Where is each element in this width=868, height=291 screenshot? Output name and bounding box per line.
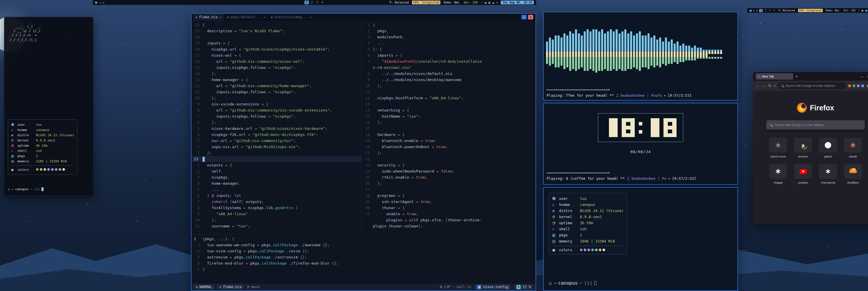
visualizer-bar bbox=[642, 14, 644, 87]
tray-icon[interactable]: ≡ bbox=[496, 1, 498, 4]
shortcut-tile[interactable] bbox=[844, 164, 862, 179]
shortcut-tile[interactable] bbox=[819, 164, 837, 179]
home-button[interactable]: ⌂ bbox=[774, 84, 776, 88]
shortcut-claude[interactable]: claude bbox=[840, 138, 865, 158]
visualizer-bar bbox=[700, 14, 702, 87]
line-text: }: { bbox=[373, 46, 535, 52]
forward-button[interactable]: → bbox=[762, 84, 766, 88]
cloudflare-icon bbox=[849, 170, 857, 173]
fastfetch-panel[interactable]: ☻usertux⌂hnamecanopus◈distroNixOS 24.11 … bbox=[543, 187, 738, 291]
git-branch[interactable]: main bbox=[247, 285, 260, 289]
firefox-window[interactable]: New Tab + —□× ←→↻⌂ ▦ ≡ ⚙ Firefox search.… bbox=[753, 72, 868, 224]
line-text: {pkgs, ...}: { bbox=[203, 236, 535, 242]
shortcut-tile[interactable] bbox=[769, 164, 787, 179]
bar-app-icon[interactable]: ▣ bbox=[756, 9, 758, 12]
url-bar[interactable] bbox=[778, 82, 846, 89]
tray-icon[interactable]: ▲ bbox=[492, 1, 494, 4]
shell-prompt[interactable]: ⌂ → canopus ~ ))) bbox=[549, 280, 596, 286]
shortcut-tile[interactable]: a bbox=[794, 138, 812, 153]
statusline-file[interactable]: ◆ flake.nix bbox=[217, 285, 244, 289]
tray-icon[interactable]: ♪ bbox=[481, 1, 483, 4]
editor-pane-hosts[interactable]: 1{2 pkgs,3 modulesPath,4 ...5}: {6 impor… bbox=[362, 21, 535, 234]
tab-close-icon[interactable]: × bbox=[310, 16, 311, 19]
line-number: 2 bbox=[191, 144, 203, 150]
line-number: 1 bbox=[191, 236, 203, 242]
code-line: 13 home-manager = { bbox=[191, 77, 361, 83]
hname-icon: ⌂ bbox=[11, 128, 15, 132]
tab-close-icon[interactable]: × bbox=[219, 16, 221, 19]
project-chip[interactable]: ▣ nixos-config bbox=[475, 285, 510, 290]
shortcut-amazon[interactable]: aamazon bbox=[790, 138, 815, 158]
clock-panel[interactable]: 08/08/24 ============================> P… bbox=[543, 103, 738, 185]
workspace-3[interactable]: 3 bbox=[768, 9, 771, 12]
editor-pane-flake[interactable]: 22{21 description = "tux's NixOS Flake";… bbox=[191, 21, 362, 234]
code-line: 16 url = "github:nix-community/nixos-wsl… bbox=[191, 58, 361, 64]
launcher-icon[interactable]: ▦ bbox=[750, 9, 752, 12]
code-line: 1 tux-awesome-wm-config = pkgs.callPacka… bbox=[191, 242, 535, 248]
editor-pane-pkgs[interactable]: 1{pkgs, ...}: {1 tux-awesome-wm-config =… bbox=[191, 234, 535, 284]
tab-pkgs-default-[interactable]: ◆pkgs/default...× bbox=[224, 13, 268, 21]
buffer-pick-button[interactable]: ▾ bbox=[521, 15, 527, 20]
code-line: 5 ... bbox=[191, 186, 361, 193]
visualizer-bar bbox=[592, 14, 594, 87]
tray-icon[interactable]: ◆ bbox=[861, 9, 863, 12]
line-text: firefox-mod-blur = pkgs.callPackage ./fi… bbox=[203, 260, 535, 266]
fetch-label: kernel bbox=[18, 138, 34, 143]
tab-close-icon[interactable]: × bbox=[264, 16, 265, 19]
neovim-window[interactable]: ◆flake.nix×◆pkgs/default...×◆hosts/isoIm… bbox=[191, 13, 536, 291]
extensions-icon[interactable]: ▦ bbox=[867, 84, 868, 88]
extension-icon[interactable] bbox=[861, 85, 864, 87]
nix-file-icon: ◆ bbox=[220, 286, 221, 288]
workspace-4[interactable]: 4 bbox=[772, 9, 776, 12]
editor-tabbar: ◆flake.nix×◆pkgs/default...×◆hosts/isoIm… bbox=[191, 13, 535, 21]
bar-app-icon[interactable]: ◉ bbox=[99, 1, 101, 4]
extension-icon[interactable] bbox=[852, 85, 855, 87]
visualizer-panel[interactable]: ============================> Playing: f… bbox=[543, 11, 738, 100]
tray-icon[interactable]: ◆ bbox=[485, 1, 487, 4]
extension-icon[interactable] bbox=[857, 85, 860, 87]
line-number: 13 bbox=[362, 101, 373, 107]
shortcut-tile[interactable] bbox=[844, 138, 862, 153]
shortcut-chat-openai[interactable]: chat.openai bbox=[815, 164, 840, 184]
tab-flake-nix[interactable]: ◆flake.nix× bbox=[193, 13, 224, 21]
tray-icon[interactable]: ● bbox=[488, 1, 491, 4]
minimize-button[interactable]: — bbox=[861, 75, 863, 78]
tray-icon[interactable]: ● bbox=[865, 9, 867, 12]
workspace-2[interactable]: 2 bbox=[764, 9, 767, 12]
new-tab-button[interactable]: + bbox=[796, 74, 798, 79]
buffer-close-button[interactable]: × bbox=[528, 15, 533, 20]
shortcut-youtube[interactable]: youtube bbox=[790, 164, 815, 184]
bar-app-icon[interactable]: ◉ bbox=[753, 9, 754, 12]
workspace-2[interactable]: 2 bbox=[310, 1, 314, 4]
code-line: 18 nixpkgs.url = "github:nixos/nixpkgs/n… bbox=[191, 46, 361, 52]
shortcut-cloudflare[interactable]: cloudflare bbox=[840, 164, 865, 184]
song-progress: ============================> bbox=[544, 171, 738, 176]
launcher-icon[interactable]: ▦ bbox=[95, 1, 97, 4]
workspace-1[interactable]: 1 bbox=[305, 1, 309, 4]
workspace-4[interactable]: 4 bbox=[320, 1, 324, 4]
code-line: 3 nixpkgs, bbox=[191, 174, 361, 180]
newtab-search-input[interactable] bbox=[775, 123, 861, 127]
reload-button[interactable]: ↻ bbox=[768, 84, 771, 88]
url-input[interactable] bbox=[785, 84, 843, 87]
tray-icon[interactable]: ♪ bbox=[858, 9, 860, 12]
shortcut-github[interactable]: github bbox=[815, 138, 840, 158]
shortcut-tile[interactable] bbox=[819, 138, 837, 153]
line-number: 25 bbox=[362, 174, 373, 180]
shortcut-chatgpt[interactable]: chatgpt bbox=[766, 164, 790, 184]
shortcut-tile[interactable] bbox=[794, 164, 812, 179]
visualizer-bar bbox=[627, 14, 629, 87]
line-text: ]; bbox=[373, 83, 535, 89]
tab-hosts-isoImag-[interactable]: ◆hosts/isoImag...× bbox=[268, 13, 314, 21]
newtab-search-bar[interactable] bbox=[766, 120, 865, 129]
extension-icon[interactable] bbox=[848, 85, 851, 87]
terminal-window[interactable]: _ ____ (_) __ / __ \/ / |/_/ / / / / /> … bbox=[4, 17, 93, 196]
back-button[interactable]: ← bbox=[756, 84, 760, 88]
browser-tab[interactable]: New Tab bbox=[755, 73, 793, 80]
bar-app-icon[interactable]: ▣ bbox=[103, 1, 104, 4]
workspace-3[interactable]: 3 bbox=[315, 1, 319, 4]
shell-prompt[interactable]: ⌂ → canopus ~ ))) bbox=[8, 187, 43, 192]
shortcut-tile[interactable] bbox=[769, 138, 787, 153]
shortcut-search-nixos[interactable]: search.nixos bbox=[766, 138, 790, 158]
workspace-1[interactable]: 1 bbox=[759, 9, 763, 12]
